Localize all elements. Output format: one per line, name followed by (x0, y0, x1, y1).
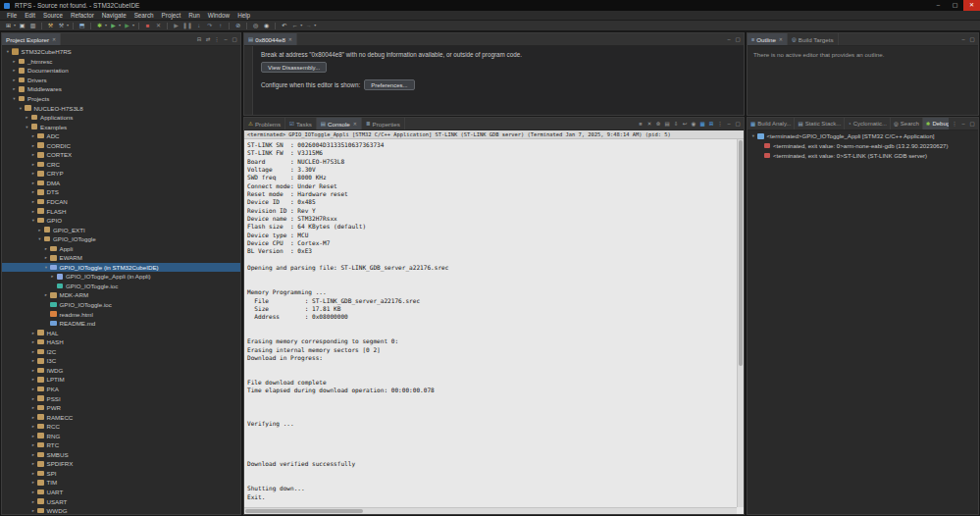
tree-item-i3c[interactable]: ▸I3C (2, 356, 240, 366)
search-icon[interactable]: ◎ (251, 21, 260, 30)
save-all-icon[interactable]: ▥ (28, 21, 37, 30)
terminate-icon[interactable]: ■ (637, 118, 645, 129)
forward-icon[interactable]: → (304, 21, 313, 30)
expand-expander-icon[interactable]: ▸ (30, 133, 36, 138)
expand-expander-icon[interactable]: ▸ (30, 405, 36, 410)
expand-expander-icon[interactable]: ▸ (30, 162, 36, 167)
expand-expander-icon[interactable]: ▸ (30, 377, 36, 382)
expand-expander-icon[interactable]: ▸ (50, 274, 56, 279)
close-window-button[interactable]: ✕ (963, 0, 980, 11)
tree-item-drivers[interactable]: ▸Drivers (2, 76, 240, 85)
collapse-expander-icon[interactable]: ▾ (750, 133, 756, 138)
expand-expander-icon[interactable]: ▸ (30, 209, 36, 214)
remove-launch-icon[interactable]: ✕ (645, 118, 653, 129)
tree-item-terminated-exit-value-0-arm-none-eabi-gdb-13-2-90-20230627[interactable]: <terminated, exit value: 0>arm-none-eabi… (748, 141, 978, 151)
save-icon[interactable]: ▣ (18, 21, 26, 30)
last-edit-location-icon[interactable]: ↶ (280, 21, 288, 30)
tree-item-crc[interactable]: ▸CRC (2, 160, 240, 170)
back-menu-icon[interactable]: ▾ (300, 21, 302, 30)
tree-item-dts[interactable]: ▸DTS (2, 187, 240, 197)
tree-item-spdifrx[interactable]: ▸SPDIFRX (2, 459, 240, 469)
clear-console-icon[interactable]: ▤ (663, 118, 671, 129)
expand-expander-icon[interactable]: ▸ (30, 143, 36, 148)
expand-expander-icon[interactable]: ▸ (30, 452, 36, 457)
tree-item-lptim[interactable]: ▸LPTIM (2, 375, 240, 385)
tree-item-documentation[interactable]: ▸Documentation (2, 66, 240, 76)
expand-expander-icon[interactable]: ▸ (12, 59, 18, 64)
step-return-icon[interactable]: ↑ (216, 21, 225, 30)
expand-expander-icon[interactable]: ▸ (30, 368, 36, 373)
collapse-expander-icon[interactable]: ▾ (5, 49, 11, 54)
view-menu-icon[interactable]: ⋮ (716, 118, 724, 129)
tree-item-dma[interactable]: ▸DMA (2, 179, 240, 188)
tree-item-rng[interactable]: ▸RNG (2, 431, 240, 440)
tree-item-appli[interactable]: ▸Appli (2, 243, 240, 253)
expand-expander-icon[interactable]: ▸ (37, 228, 43, 232)
menu-help[interactable]: Help (233, 11, 254, 21)
debug-icon[interactable]: ✱ (95, 21, 104, 30)
expand-expander-icon[interactable]: ▸ (25, 115, 30, 120)
tree-item-ewarm[interactable]: ▸EWARM (2, 253, 240, 263)
terminate-icon[interactable]: ■ (143, 21, 152, 30)
external-tools-icon[interactable]: ▶ (123, 21, 131, 30)
console-horizontal-scrollbar[interactable] (244, 507, 737, 514)
word-wrap-icon[interactable]: ↩ (681, 118, 689, 129)
expand-expander-icon[interactable]: ▸ (30, 199, 36, 204)
menu-edit[interactable]: Edit (21, 11, 39, 21)
collapse-expander-icon[interactable]: ▾ (30, 218, 36, 223)
expand-expander-icon[interactable]: ▸ (30, 339, 36, 344)
collapse-expander-icon[interactable]: ▾ (12, 96, 18, 101)
tree-item-cryp[interactable]: ▸CRYP (2, 169, 240, 179)
menu-window[interactable]: Window (204, 11, 233, 21)
preferences-button[interactable]: Preferences... (364, 79, 414, 90)
maximize-view-icon[interactable]: ▢ (231, 33, 238, 45)
tree-item-pka[interactable]: ▸PKA (2, 385, 240, 394)
scroll-lock-icon[interactable]: ⇩ (672, 118, 680, 129)
tree-item-i2c[interactable]: ▸I2C (2, 347, 240, 357)
menu-refactor[interactable]: Refactor (67, 11, 98, 21)
skip-all-breakpoints-icon[interactable]: ⊘ (233, 21, 242, 30)
expand-expander-icon[interactable]: ▸ (30, 331, 36, 335)
expand-expander-icon[interactable]: ▸ (30, 471, 36, 476)
expand-expander-icon[interactable]: ▸ (12, 77, 18, 82)
tree-item-nucleo-h7s3l8[interactable]: ▾NUCLEO-H7S3L8 (2, 103, 240, 113)
minimize-view-icon[interactable]: – (725, 33, 733, 45)
external-tools-menu-icon[interactable]: ▾ (132, 21, 134, 30)
view-menu-icon[interactable]: ⋮ (213, 33, 221, 45)
tree-item-pssi[interactable]: ▸PSSI (2, 393, 240, 403)
tab-debug[interactable]: ✱Debug (923, 118, 949, 129)
expand-expander-icon[interactable]: ▸ (30, 349, 36, 354)
tree-item-tim[interactable]: ▸TIM (2, 478, 240, 488)
collapse-expander-icon[interactable]: ▾ (37, 236, 43, 241)
title-bar[interactable]: RTPS - Source not found. - STM32CubeIDE … (0, 0, 980, 11)
menu-project[interactable]: Project (158, 11, 185, 21)
expand-expander-icon[interactable]: ▸ (43, 292, 49, 297)
expand-expander-icon[interactable]: ▸ (30, 358, 36, 363)
expand-expander-icon[interactable]: ▸ (30, 434, 36, 439)
menu-search[interactable]: Search (130, 11, 158, 21)
expand-expander-icon[interactable]: ▸ (30, 189, 36, 194)
build-all-menu-icon[interactable]: ▾ (67, 21, 69, 30)
expand-expander-icon[interactable]: ▸ (30, 415, 36, 420)
tree-item-htmresc[interactable]: ▸_htmresc (2, 57, 240, 67)
tab-properties[interactable]: ≣Properties (362, 118, 405, 129)
expand-expander-icon[interactable]: ▸ (30, 508, 36, 513)
tree-item-gpio-iotoggle-ioc[interactable]: GPIO_IOToggle.ioc (2, 300, 240, 310)
tree-item-fdcan[interactable]: ▸FDCAN (2, 197, 240, 207)
tree-item-gpio[interactable]: ▾GPIO (2, 216, 240, 226)
back-icon[interactable]: ← (290, 21, 299, 30)
new-cpp-project-icon[interactable]: ⬒ (77, 21, 86, 30)
close-tab-icon[interactable]: ✕ (52, 36, 56, 42)
expand-expander-icon[interactable]: ▸ (30, 461, 36, 466)
tree-item-rcc[interactable]: ▸RCC (2, 422, 240, 432)
collapse-all-icon[interactable]: ⊟ (195, 33, 203, 45)
forward-menu-icon[interactable]: ▾ (314, 21, 316, 30)
close-tab-icon[interactable]: ✕ (353, 121, 357, 127)
display-selected-console-icon[interactable]: ▦ (698, 118, 706, 129)
menu-source[interactable]: Source (39, 11, 67, 21)
expand-expander-icon[interactable]: ▸ (12, 86, 18, 91)
tree-item-rtc[interactable]: ▸RTC (2, 440, 240, 450)
expand-expander-icon[interactable]: ▸ (30, 424, 36, 429)
new-wizard-icon[interactable]: ⊞ (4, 21, 13, 30)
tree-item-projects[interactable]: ▾Projects (2, 94, 240, 104)
